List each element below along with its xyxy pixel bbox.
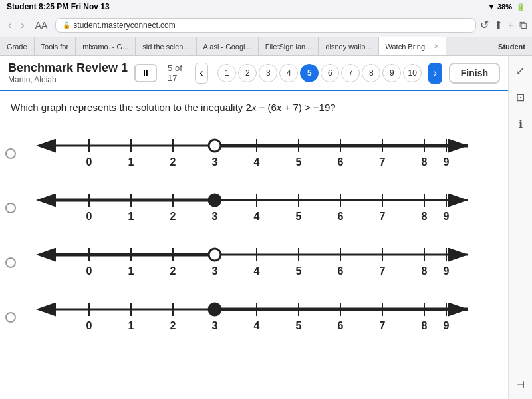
tab-disney[interactable]: disney wallp... <box>319 37 378 55</box>
svg-text:5: 5 <box>296 156 302 168</box>
reload-button[interactable]: ↺ <box>480 19 489 31</box>
finish-button[interactable]: Finish <box>449 63 500 84</box>
back-button[interactable]: ‹ <box>5 18 14 33</box>
radio-a[interactable] <box>5 148 16 159</box>
svg-text:2: 2 <box>170 211 176 222</box>
browser-actions: ↺ ⬆ + ⧉ <box>480 19 527 31</box>
quiz-title-block: Benchmark Review 1 Martin, Aleiah <box>8 61 128 84</box>
radio-d[interactable] <box>5 312 16 323</box>
left-panel: Benchmark Review 1 Martin, Aleiah ⏸ 5 of… <box>0 56 508 399</box>
svg-text:9: 9 <box>444 265 450 277</box>
info-button[interactable]: ℹ <box>511 114 530 133</box>
page-btn-2[interactable]: 2 <box>238 64 257 82</box>
svg-point-49 <box>209 194 221 206</box>
svg-text:9: 9 <box>444 320 450 331</box>
share-button[interactable]: ⬆ <box>494 19 503 31</box>
svg-text:2: 2 <box>170 156 176 168</box>
forward-button[interactable]: › <box>18 18 27 33</box>
answer-options: 0 1 2 3 4 5 6 7 8 9 <box>0 129 508 342</box>
tab-student[interactable]: Student <box>491 40 532 53</box>
svg-text:9: 9 <box>444 211 450 222</box>
wifi-icon: ▾ <box>489 3 493 11</box>
page-btn-9[interactable]: 9 <box>382 64 401 82</box>
tab-asl[interactable]: A asl - Googl... <box>197 37 259 55</box>
svg-text:0: 0 <box>86 320 92 331</box>
tab-grade[interactable]: Grade <box>0 37 35 55</box>
number-line-a: 0 1 2 3 4 5 6 7 8 9 <box>21 129 503 178</box>
quiz-header: Benchmark Review 1 Martin, Aleiah ⏸ 5 of… <box>0 56 508 91</box>
svg-text:2: 2 <box>170 265 176 277</box>
tab-close-icon[interactable]: ✕ <box>434 43 439 50</box>
page-btn-1[interactable]: 1 <box>217 64 236 82</box>
svg-text:4: 4 <box>254 320 260 331</box>
svg-text:7: 7 <box>380 211 386 222</box>
svg-text:6: 6 <box>338 265 344 277</box>
svg-text:7: 7 <box>380 156 386 168</box>
option-a: 0 1 2 3 4 5 6 7 8 9 <box>5 129 503 178</box>
tab-mixamo[interactable]: mixamo. - G... <box>76 37 136 55</box>
collapse-button[interactable]: ⊣ <box>511 375 530 394</box>
pause-button[interactable]: ⏸ <box>134 64 157 82</box>
svg-text:0: 0 <box>86 211 92 222</box>
tab-sid[interactable]: sid the scien... <box>136 37 196 55</box>
quiz-title: Benchmark Review 1 <box>8 61 128 75</box>
pagination: 1 2 3 4 5 6 7 8 9 10 <box>217 64 422 82</box>
svg-text:1: 1 <box>128 211 134 222</box>
option-b: 0 1 2 3 4 5 6 7 8 9 <box>5 184 503 233</box>
expand-button[interactable]: ⤢ <box>511 61 530 80</box>
tab-tools[interactable]: Tools for <box>35 37 76 55</box>
page-btn-8[interactable]: 8 <box>362 64 380 82</box>
status-bar: Student 8:25 PM Fri Nov 13 ▾ 38% 🔋 <box>0 0 532 13</box>
svg-text:5: 5 <box>296 320 302 331</box>
svg-text:5: 5 <box>296 265 302 277</box>
svg-text:1: 1 <box>128 320 134 331</box>
svg-point-74 <box>209 249 221 261</box>
svg-text:8: 8 <box>422 265 428 277</box>
option-c: 0 1 2 3 4 5 6 7 8 9 <box>5 238 503 287</box>
svg-text:7: 7 <box>380 320 386 331</box>
status-app-name: Student 8:25 PM Fri Nov 13 <box>7 2 110 11</box>
camera-icon: ⊡ <box>516 91 525 104</box>
svg-text:6: 6 <box>338 320 344 331</box>
radio-c[interactable] <box>5 257 16 268</box>
page-info: 5 of 17 <box>168 63 184 83</box>
reader-mode-button[interactable]: AA <box>31 19 52 32</box>
address-text: student.masteryconnect.com <box>73 21 175 30</box>
page-btn-5[interactable]: 5 <box>300 64 319 82</box>
address-bar[interactable]: 🔒 student.masteryconnect.com <box>55 18 475 33</box>
add-tab-button[interactable]: + <box>508 19 514 31</box>
status-left: Student 8:25 PM Fri Nov 13 <box>7 2 110 11</box>
pause-icon: ⏸ <box>141 68 150 78</box>
number-line-d: 0 1 2 3 4 5 6 7 8 9 <box>21 293 503 342</box>
battery-level: 38% <box>497 3 512 11</box>
tab-file[interactable]: File:Sign lan... <box>259 37 319 55</box>
camera-button[interactable]: ⊡ <box>511 88 530 106</box>
tab-watch[interactable]: Watch Bring... ✕ <box>379 37 447 55</box>
prev-page-button[interactable]: ‹ <box>195 63 209 84</box>
svg-text:4: 4 <box>254 265 260 277</box>
svg-text:4: 4 <box>254 211 260 222</box>
info-icon: ℹ <box>519 118 523 130</box>
page-btn-3[interactable]: 3 <box>259 64 277 82</box>
next-page-button[interactable]: › <box>428 63 442 84</box>
radio-b[interactable] <box>5 203 16 213</box>
tabs-button[interactable]: ⧉ <box>519 19 527 31</box>
number-line-b: 0 1 2 3 4 5 6 7 8 9 <box>21 184 503 233</box>
page-btn-6[interactable]: 6 <box>321 64 339 82</box>
svg-text:2: 2 <box>170 320 176 331</box>
svg-text:6: 6 <box>338 156 344 168</box>
question-text: Which graph represents the solution to t… <box>11 102 497 113</box>
svg-text:8: 8 <box>422 211 428 222</box>
svg-text:3: 3 <box>212 211 218 222</box>
svg-text:3: 3 <box>212 320 218 331</box>
svg-point-24 <box>209 140 221 152</box>
svg-text:0: 0 <box>86 156 92 168</box>
page-btn-4[interactable]: 4 <box>279 64 298 82</box>
page-btn-7[interactable]: 7 <box>341 64 360 82</box>
page-btn-10[interactable]: 10 <box>403 64 422 82</box>
svg-point-99 <box>209 303 221 315</box>
svg-text:0: 0 <box>86 265 92 277</box>
svg-text:1: 1 <box>128 156 134 168</box>
number-line-c: 0 1 2 3 4 5 6 7 8 9 <box>21 238 503 287</box>
number-line-svg-b: 0 1 2 3 4 5 6 7 8 9 <box>21 184 503 230</box>
